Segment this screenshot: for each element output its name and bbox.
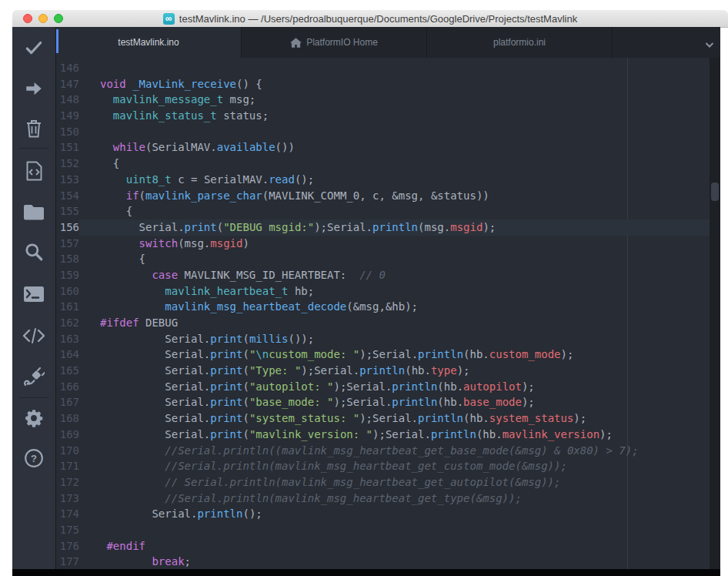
tab-platformio-home[interactable]: PlatformIO Home: [242, 27, 427, 58]
code-line[interactable]: 156 Serial.print("DEBUG msgid:");Serial.…: [56, 219, 710, 236]
line-number: 170: [56, 443, 79, 459]
upload-button[interactable]: [12, 76, 55, 101]
code-line[interactable]: 170 //Serial.println((mavlink_msg_heartb…: [56, 443, 710, 459]
serial-monitor-button[interactable]: [12, 364, 55, 389]
line-number: 149: [56, 108, 79, 124]
code-line[interactable]: 162#ifdef DEBUG: [56, 315, 710, 331]
code-line[interactable]: 166 Serial.print("autopilot: ");Serial.p…: [56, 379, 710, 395]
code-line[interactable]: 150: [56, 124, 710, 140]
code-line[interactable]: 157 switch(msg.msgid): [56, 236, 710, 252]
window-titlebar[interactable]: ∞ testMavlink.ino — /Users/pedroalbuquer…: [12, 10, 728, 28]
code-text: {: [79, 203, 710, 219]
code-text: //Serial.println(mavlink_msg_heartbeat_g…: [79, 491, 710, 507]
code-line[interactable]: 151 while(SerialMAV.available()): [56, 139, 710, 156]
code-line[interactable]: 161 mavlink_msg_heartbeat_decode(&msg,&h…: [56, 299, 710, 315]
code-line[interactable]: 172 // Serial.println(mavlink_msg_heartb…: [56, 474, 710, 491]
tab-bar: testMavlink.ino PlatformIO Home platform…: [56, 27, 720, 58]
code-line[interactable]: 171 //Serial.println(mavlink_msg_heartbe…: [56, 458, 710, 474]
document-proxy-icon[interactable]: ∞: [163, 13, 175, 25]
code-text: mavlink_msg_heartbeat_decode(&msg,&hb);: [79, 299, 710, 315]
code-line[interactable]: 160 mavlink_heartbeat_t hb;: [56, 283, 710, 300]
svg-text:?: ?: [31, 453, 37, 464]
code-tags-icon: [22, 327, 45, 344]
code-text: Serial.print("autopilot: ");Serial.print…: [79, 379, 710, 395]
line-number: 153: [56, 172, 79, 188]
code-text: #endif: [79, 538, 710, 554]
code-line[interactable]: 175: [56, 522, 710, 538]
home-icon: [290, 38, 302, 48]
code-text: #ifdef DEBUG: [79, 315, 710, 331]
line-number: 148: [56, 92, 79, 108]
code-text: if(mavlink_parse_char(MAVLINK_COMM_0, c,…: [79, 188, 710, 204]
code-text: Serial.print("system_status: ");Serial.p…: [79, 410, 710, 427]
clean-button[interactable]: [12, 116, 55, 141]
code-line[interactable]: 159 case MAVLINK_MSG_ID_HEARTBEAT: // 0: [56, 267, 710, 283]
search-icon: [24, 242, 44, 262]
search-button[interactable]: [12, 239, 55, 264]
code-line[interactable]: 149 mavlink_status_t status;: [56, 108, 710, 124]
help-button[interactable]: ?: [12, 446, 55, 471]
code-line[interactable]: 147void _MavLink_receive() {: [56, 76, 710, 92]
code-line[interactable]: 153 uint8_t c = SerialMAV.read();: [56, 172, 710, 188]
code-line[interactable]: 154 if(mavlink_parse_char(MAVLINK_COMM_0…: [56, 188, 710, 204]
code-line[interactable]: 176 #endif: [56, 538, 710, 554]
close-button[interactable]: [23, 14, 32, 23]
code-line[interactable]: 177 break;: [56, 554, 710, 570]
code-line[interactable]: 146: [56, 60, 710, 76]
code-text: void _MavLink_receive() {: [79, 76, 710, 92]
code-line[interactable]: 173 //Serial.println(mavlink_msg_heartbe…: [56, 491, 710, 507]
tab-platformio-ini[interactable]: platformio.ini: [427, 27, 613, 58]
scrollbar-thumb[interactable]: [711, 183, 719, 201]
line-number: 169: [56, 427, 79, 443]
new-file-button[interactable]: [12, 159, 55, 183]
code-line[interactable]: 174 Serial.println();: [56, 506, 710, 522]
open-folder-button[interactable]: [12, 199, 55, 224]
code-text: Serial.println();: [79, 506, 710, 522]
line-number: 146: [56, 60, 79, 76]
minimize-button[interactable]: [38, 14, 48, 23]
code-line[interactable]: 148 mavlink_message_t msg;: [56, 92, 710, 108]
gear-icon: [24, 408, 44, 428]
code-text: break;: [79, 554, 710, 570]
title-group: ∞ testMavlink.ino — /Users/pedroalbuquer…: [12, 13, 728, 25]
chevron-down-icon: [705, 42, 714, 49]
atom-code-button[interactable]: [12, 323, 55, 348]
code-text: case MAVLINK_MSG_ID_HEARTBEAT: // 0: [79, 267, 710, 283]
code-text: {: [79, 156, 710, 172]
code-text: Serial.print(millis());: [79, 331, 710, 347]
code-line[interactable]: 167 Serial.print("base_mode: ");Serial.p…: [56, 394, 710, 410]
code-line[interactable]: 168 Serial.print("system_status: ");Seri…: [56, 410, 710, 427]
code-editor[interactable]: 146147void _MavLink_receive() {148 mavli…: [56, 58, 710, 576]
line-number: 161: [56, 299, 79, 315]
settings-button[interactable]: [12, 406, 55, 430]
code-line[interactable]: 169 Serial.print("mavlink_version: ");Se…: [56, 427, 710, 443]
code-line[interactable]: 155 {: [56, 203, 710, 219]
tab-overflow-button[interactable]: [705, 38, 714, 52]
line-number: 175: [56, 522, 79, 538]
code-line[interactable]: 152 {: [56, 156, 710, 172]
zoom-button[interactable]: [54, 14, 63, 23]
code-text: Serial.print("mavlink_version: ");Serial…: [79, 427, 710, 443]
window-title: testMavlink.ino — /Users/pedroalbuquerqu…: [179, 13, 577, 25]
folder-icon: [23, 203, 45, 221]
code-line[interactable]: 158 {: [56, 251, 710, 267]
line-number: 160: [56, 283, 79, 300]
line-number: 150: [56, 124, 79, 140]
scrollbar-track[interactable]: [710, 58, 720, 576]
line-number: 157: [56, 236, 79, 252]
terminal-button[interactable]: [12, 282, 55, 306]
line-number: 147: [56, 76, 79, 92]
build-button[interactable]: [12, 35, 55, 60]
code-text: // Serial.println(mavlink_msg_heartbeat_…: [79, 474, 710, 491]
help-icon: ?: [24, 448, 44, 468]
line-number: 154: [56, 188, 79, 204]
line-number: 158: [56, 251, 79, 267]
code-line[interactable]: 165 Serial.print("Type: ");Serial.printl…: [56, 363, 710, 379]
code-line[interactable]: 164 Serial.print("\ncustom_mode: ");Seri…: [56, 347, 710, 363]
tab-testmavlink-ino[interactable]: testMavlink.ino: [56, 27, 242, 58]
line-number: 176: [56, 538, 79, 554]
code-line[interactable]: 163 Serial.print(millis());: [56, 331, 710, 347]
line-number: 152: [56, 156, 79, 172]
code-text: //Serial.println((mavlink_msg_heartbeat_…: [79, 443, 710, 459]
tab-label: platformio.ini: [493, 37, 546, 48]
